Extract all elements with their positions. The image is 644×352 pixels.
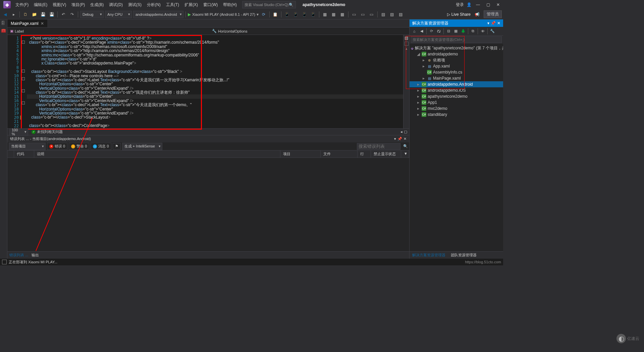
col-desc[interactable]: 说明 [34,150,280,158]
minimize-button[interactable]: — [474,2,482,7]
tree-item[interactable]: ▸⊕依赖项 [410,57,503,63]
menu-item[interactable]: 工具(T) [163,1,182,9]
close-icon[interactable]: ✕ [497,21,500,26]
tree-item[interactable]: ▸C#App1 [410,99,503,105]
tb-icon-12[interactable]: ▤ [380,11,387,18]
feedback-icon[interactable]: 📢 [475,12,480,17]
tree-item[interactable]: ▸▤App.xaml [410,63,503,69]
refresh-icon[interactable]: 🗘 [435,28,442,35]
col-line[interactable]: 行 [358,150,371,158]
maximize-button[interactable]: ▢ [484,2,492,7]
clear-filter[interactable]: ⚑ [113,143,121,149]
col-file[interactable]: 文件 [321,150,358,158]
tb-icon-14[interactable]: ▤ [397,11,405,18]
search-input[interactable]: 搜索 Visual Studio (Ctrl+Q) 🔍 [242,1,296,8]
close-icon[interactable]: ✕ [404,137,407,141]
warning-filter[interactable]: !警告 0 [69,143,89,150]
zoom-dropdown[interactable]: 100 % [9,128,28,136]
tb-icon-10[interactable]: ▭ [359,11,367,18]
tab-mainpage[interactable]: MainPage.xaml ✕ [7,19,47,27]
dropdown-icon[interactable]: ▾ [394,137,396,141]
new-button[interactable]: 🗋 [22,11,29,18]
fold-gutter[interactable]: ----- [21,35,25,128]
pin-icon[interactable]: 📌 [397,137,402,141]
menu-item[interactable]: 视图(V) [50,1,69,9]
menu-item[interactable]: 窗口(W) [201,1,220,9]
back-button[interactable]: ◀ [1,11,9,18]
menu-item[interactable]: 帮助(H) [220,1,239,9]
pin-icon[interactable]: 📌 [491,21,496,26]
tb-icon-13[interactable]: ▤ [388,11,396,18]
bc-element[interactable]: ▣Label [10,29,24,33]
panel-title[interactable]: 解决方案资源管理器 ▾📌✕ [410,19,503,27]
menu-item[interactable]: 调试(D) [106,1,125,9]
save-button[interactable]: 💾 [39,11,47,18]
refresh-icon[interactable]: ⟳ [260,11,267,18]
props-icon[interactable]: ⧉ [470,28,476,35]
tree-icon[interactable]: 🌲 [460,28,467,35]
sync-icon[interactable]: ⟳ [428,28,435,35]
error-filter[interactable]: ✕错误 0 [47,143,67,150]
menu-item[interactable]: 文件(F) [13,1,31,9]
save-all-button[interactable]: 💾 [48,11,55,18]
platform-dropdown[interactable]: Any CPU [105,11,132,18]
dropdown-icon[interactable]: ▾ [487,21,489,26]
solution-tree[interactable]: ⬙ 解决方案 "apathysnetcore2demo" (第 7 个项目，共 … [410,44,503,251]
login-link[interactable]: 登录 [456,2,464,8]
preview-icon[interactable]: 👁 [479,28,486,35]
split-icon[interactable]: ▤ [405,36,408,40]
search-icon[interactable]: 🔍 [403,144,408,148]
close-button[interactable]: ✕ [494,2,502,7]
tb-icon-7[interactable]: ▦ [330,11,337,18]
close-icon[interactable]: ✕ [41,21,44,26]
solution-search-input[interactable] [411,36,502,43]
tree-item[interactable]: ▸C#standlibary [410,112,503,118]
forward-button[interactable]: ▸ [10,11,17,18]
tree-item[interactable]: ▸C#androidappdemo.Android [410,81,503,87]
scope-dropdown[interactable]: 当前项目 [9,143,46,150]
showall-icon[interactable]: ▦ [452,28,459,35]
menu-item[interactable]: 生成(B) [88,1,106,9]
tab-team[interactable]: 团队资源管理器 [448,252,479,258]
tree-item[interactable]: ▸C#androidappdemo.iOS [410,87,503,93]
filter-icon[interactable]: ▼ [401,150,409,158]
tab-errorlist[interactable]: 错误列表 ... [9,253,28,258]
menu-item[interactable]: 项目(P) [69,1,88,9]
user-icon[interactable]: 👤 [467,2,472,7]
back-icon[interactable]: ◀ [418,28,425,35]
tb-icon-4[interactable]: 📱 [301,11,308,18]
config-dropdown[interactable]: Debug [80,11,104,18]
wrench-icon[interactable]: 🔧 [489,28,496,35]
tree-item[interactable]: ▸C#mvc2demo [410,105,503,112]
tb-icon-6[interactable]: ▦ [321,11,329,18]
live-share-button[interactable]: ▷ Live Share 📢 [447,12,480,17]
tb-icon-8[interactable]: ▦ [339,11,346,18]
tree-item[interactable]: ▸▤MainPage.xaml [410,75,503,81]
run-button[interactable]: ▶ Xiaomi MI PLAY (Android 8.1 - API 27) … [188,12,259,17]
bc-property[interactable]: 🔧HorizontalOptions [212,29,407,33]
collapse-icon[interactable]: ⊟ [445,28,452,35]
tb-icon-5[interactable]: 📱 [310,11,317,18]
tab-solution[interactable]: 解决方案资源管理器 [410,252,448,258]
menu-item[interactable]: 扩展(X) [182,1,201,9]
map-icon[interactable] [405,42,409,46]
menu-item[interactable]: 编辑(E) [31,1,50,9]
toolbox-icon[interactable]: 🧰 [1,28,6,34]
redo-button[interactable]: ↷ [68,11,76,18]
tab-output[interactable]: 输出 [32,253,39,258]
code-editor[interactable]: 1234567891011121314151617181920212223 --… [7,35,409,128]
tree-item[interactable]: ▸C#apathysnetcore2demo [410,93,503,99]
tb-icon-11[interactable]: ▭ [368,11,375,18]
errorlist-header[interactable]: 错误列表 ... - 当前项目(androidappdemo.Android) … [7,135,409,142]
server-explorer-icon[interactable]: 🗄 [1,21,6,26]
menu-item[interactable]: 测试(S) [125,1,144,9]
tb-icon-3[interactable]: 📱 [292,11,300,18]
errorlist-search[interactable] [357,143,400,150]
square-icon[interactable]: ▢ [404,130,407,134]
open-button[interactable]: 📁 [31,11,38,18]
tree-item[interactable]: C#AssemblyInfo.cs [410,69,503,75]
menu-item[interactable]: 分析(N) [144,1,163,9]
chevron-up-icon[interactable]: ▲ [405,47,408,50]
code-content[interactable]: <?xml version=class="c-str">"1.0" encodi… [25,35,403,128]
startup-dropdown[interactable]: androidappdemo.Android [133,11,183,18]
